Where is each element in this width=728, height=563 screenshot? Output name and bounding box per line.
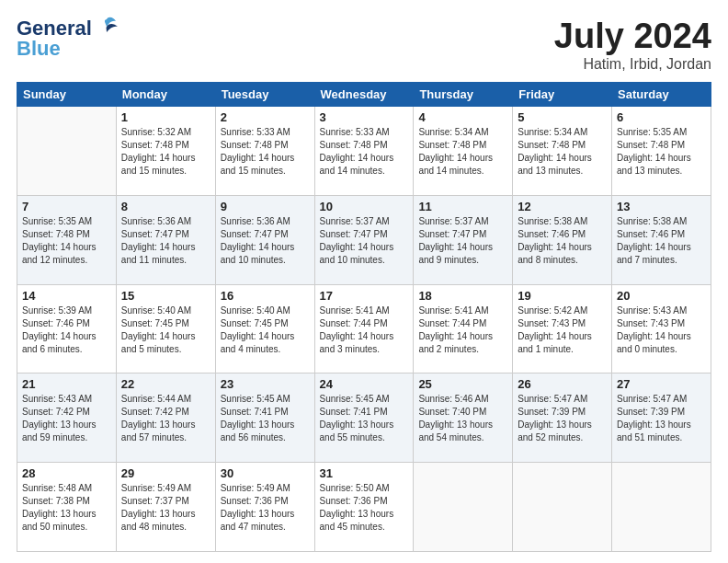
- day-info: Sunrise: 5:41 AM Sunset: 7:44 PM Dayligh…: [320, 304, 409, 356]
- calendar-table: Sunday Monday Tuesday Wednesday Thursday…: [17, 82, 711, 552]
- day-number: 1: [121, 110, 210, 124]
- week-row-5: 28Sunrise: 5:48 AM Sunset: 7:38 PM Dayli…: [17, 463, 711, 552]
- day-number: 5: [518, 110, 607, 124]
- day-number: 4: [418, 110, 507, 124]
- table-cell: 2Sunrise: 5:33 AM Sunset: 7:48 PM Daylig…: [215, 107, 314, 196]
- day-info: Sunrise: 5:35 AM Sunset: 7:48 PM Dayligh…: [617, 126, 706, 178]
- table-cell: 26Sunrise: 5:47 AM Sunset: 7:39 PM Dayli…: [513, 373, 612, 463]
- header-thursday: Thursday: [414, 83, 513, 107]
- day-info: Sunrise: 5:49 AM Sunset: 7:36 PM Dayligh…: [221, 482, 310, 534]
- day-info: Sunrise: 5:37 AM Sunset: 7:47 PM Dayligh…: [320, 215, 409, 267]
- day-number: 18: [418, 289, 507, 303]
- title-area: July 2024 Hatim, Irbid, Jordan: [554, 17, 711, 73]
- day-info: Sunrise: 5:47 AM Sunset: 7:39 PM Dayligh…: [617, 393, 706, 444]
- day-number: 21: [22, 377, 111, 391]
- table-cell: [612, 463, 711, 552]
- logo: General Blue: [17, 17, 119, 61]
- day-number: 7: [22, 200, 111, 213]
- table-cell: 1Sunrise: 5:32 AM Sunset: 7:48 PM Daylig…: [116, 107, 215, 196]
- table-cell: 15Sunrise: 5:40 AM Sunset: 7:45 PM Dayli…: [116, 284, 215, 373]
- table-cell: 7Sunrise: 5:35 AM Sunset: 7:48 PM Daylig…: [17, 195, 117, 284]
- day-number: 26: [518, 377, 607, 391]
- week-row-2: 7Sunrise: 5:35 AM Sunset: 7:48 PM Daylig…: [17, 195, 711, 284]
- day-info: Sunrise: 5:40 AM Sunset: 7:45 PM Dayligh…: [221, 304, 310, 356]
- table-cell: 3Sunrise: 5:33 AM Sunset: 7:48 PM Daylig…: [314, 107, 414, 196]
- table-cell: 17Sunrise: 5:41 AM Sunset: 7:44 PM Dayli…: [314, 284, 414, 373]
- day-info: Sunrise: 5:37 AM Sunset: 7:47 PM Dayligh…: [418, 215, 507, 267]
- day-info: Sunrise: 5:38 AM Sunset: 7:46 PM Dayligh…: [617, 215, 706, 267]
- header-wednesday: Wednesday: [314, 83, 414, 107]
- table-cell: 12Sunrise: 5:38 AM Sunset: 7:46 PM Dayli…: [513, 195, 612, 284]
- table-cell: 6Sunrise: 5:35 AM Sunset: 7:48 PM Daylig…: [612, 107, 711, 196]
- table-cell: 20Sunrise: 5:43 AM Sunset: 7:43 PM Dayli…: [612, 284, 711, 373]
- header-friday: Friday: [513, 83, 612, 107]
- table-cell: 8Sunrise: 5:36 AM Sunset: 7:47 PM Daylig…: [116, 195, 215, 284]
- day-info: Sunrise: 5:39 AM Sunset: 7:46 PM Dayligh…: [22, 304, 111, 356]
- table-cell: 22Sunrise: 5:44 AM Sunset: 7:42 PM Dayli…: [116, 373, 215, 463]
- day-number: 15: [121, 289, 210, 303]
- day-info: Sunrise: 5:33 AM Sunset: 7:48 PM Dayligh…: [320, 126, 409, 178]
- table-cell: 4Sunrise: 5:34 AM Sunset: 7:48 PM Daylig…: [414, 107, 513, 196]
- day-number: 17: [320, 289, 409, 303]
- day-info: Sunrise: 5:32 AM Sunset: 7:48 PM Dayligh…: [121, 126, 210, 178]
- day-info: Sunrise: 5:35 AM Sunset: 7:48 PM Dayligh…: [22, 215, 111, 267]
- table-cell: 11Sunrise: 5:37 AM Sunset: 7:47 PM Dayli…: [414, 195, 513, 284]
- table-cell: 29Sunrise: 5:49 AM Sunset: 7:37 PM Dayli…: [116, 463, 215, 552]
- day-info: Sunrise: 5:42 AM Sunset: 7:43 PM Dayligh…: [518, 304, 607, 356]
- table-cell: 10Sunrise: 5:37 AM Sunset: 7:47 PM Dayli…: [314, 195, 414, 284]
- day-number: 23: [221, 377, 310, 391]
- day-number: 31: [320, 466, 409, 480]
- header-monday: Monday: [116, 83, 215, 107]
- day-info: Sunrise: 5:45 AM Sunset: 7:41 PM Dayligh…: [221, 393, 310, 444]
- day-info: Sunrise: 5:33 AM Sunset: 7:48 PM Dayligh…: [221, 126, 310, 178]
- day-info: Sunrise: 5:34 AM Sunset: 7:48 PM Dayligh…: [518, 126, 607, 178]
- week-row-4: 21Sunrise: 5:43 AM Sunset: 7:42 PM Dayli…: [17, 373, 711, 463]
- day-info: Sunrise: 5:36 AM Sunset: 7:47 PM Dayligh…: [121, 215, 210, 267]
- day-info: Sunrise: 5:49 AM Sunset: 7:37 PM Dayligh…: [121, 482, 210, 534]
- day-info: Sunrise: 5:50 AM Sunset: 7:36 PM Dayligh…: [320, 482, 409, 534]
- table-cell: 18Sunrise: 5:41 AM Sunset: 7:44 PM Dayli…: [414, 284, 513, 373]
- day-number: 3: [320, 110, 409, 124]
- day-info: Sunrise: 5:47 AM Sunset: 7:39 PM Dayligh…: [518, 393, 607, 444]
- day-number: 27: [617, 377, 706, 391]
- day-number: 12: [518, 200, 607, 213]
- day-info: Sunrise: 5:46 AM Sunset: 7:40 PM Dayligh…: [418, 393, 507, 444]
- logo-blue: Blue: [17, 37, 61, 61]
- week-row-1: 1Sunrise: 5:32 AM Sunset: 7:48 PM Daylig…: [17, 107, 711, 196]
- table-cell: 23Sunrise: 5:45 AM Sunset: 7:41 PM Dayli…: [215, 373, 314, 463]
- table-cell: 14Sunrise: 5:39 AM Sunset: 7:46 PM Dayli…: [17, 284, 117, 373]
- day-number: 19: [518, 289, 607, 303]
- header-tuesday: Tuesday: [215, 83, 314, 107]
- day-number: 11: [418, 200, 507, 213]
- month-title: July 2024: [554, 17, 711, 56]
- day-number: 24: [320, 377, 409, 391]
- table-cell: 13Sunrise: 5:38 AM Sunset: 7:46 PM Dayli…: [612, 195, 711, 284]
- table-cell: 5Sunrise: 5:34 AM Sunset: 7:48 PM Daylig…: [513, 107, 612, 196]
- day-number: 6: [617, 110, 706, 124]
- day-info: Sunrise: 5:48 AM Sunset: 7:38 PM Dayligh…: [22, 482, 111, 534]
- day-number: 2: [221, 110, 310, 124]
- weekday-header-row: Sunday Monday Tuesday Wednesday Thursday…: [17, 83, 711, 107]
- table-cell: 16Sunrise: 5:40 AM Sunset: 7:45 PM Dayli…: [215, 284, 314, 373]
- location: Hatim, Irbid, Jordan: [554, 56, 711, 73]
- table-cell: [17, 107, 117, 196]
- table-cell: 25Sunrise: 5:46 AM Sunset: 7:40 PM Dayli…: [414, 373, 513, 463]
- page: General Blue July 2024 Hatim, Irbid, Jor…: [0, 0, 728, 563]
- day-number: 30: [221, 466, 310, 480]
- table-cell: 21Sunrise: 5:43 AM Sunset: 7:42 PM Dayli…: [17, 373, 117, 463]
- day-info: Sunrise: 5:36 AM Sunset: 7:47 PM Dayligh…: [221, 215, 310, 267]
- logo-bird-icon: [94, 14, 119, 40]
- day-info: Sunrise: 5:41 AM Sunset: 7:44 PM Dayligh…: [418, 304, 507, 356]
- day-number: 9: [221, 200, 310, 213]
- day-number: 13: [617, 200, 706, 213]
- day-info: Sunrise: 5:34 AM Sunset: 7:48 PM Dayligh…: [418, 126, 507, 178]
- day-number: 10: [320, 200, 409, 213]
- table-cell: [414, 463, 513, 552]
- day-number: 16: [221, 289, 310, 303]
- header-saturday: Saturday: [612, 83, 711, 107]
- day-number: 28: [22, 466, 111, 480]
- table-cell: [513, 463, 612, 552]
- day-info: Sunrise: 5:43 AM Sunset: 7:42 PM Dayligh…: [22, 393, 111, 444]
- day-number: 8: [121, 200, 210, 213]
- table-cell: 9Sunrise: 5:36 AM Sunset: 7:47 PM Daylig…: [215, 195, 314, 284]
